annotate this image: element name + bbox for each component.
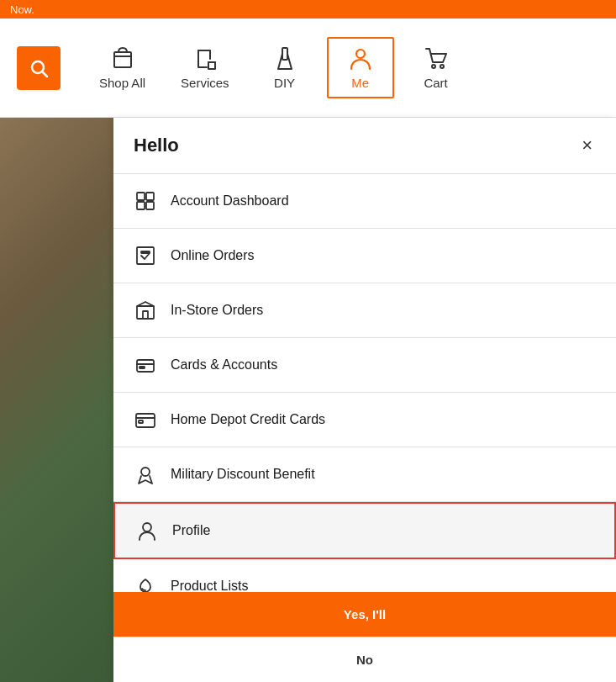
instore-orders-icon bbox=[134, 299, 157, 322]
online-orders-label: Online Orders bbox=[171, 248, 255, 263]
cards-icon bbox=[134, 353, 157, 377]
no-button[interactable]: No bbox=[113, 637, 616, 682]
credit-cards-label: Home Depot Credit Cards bbox=[171, 412, 325, 427]
banner-text: Now. bbox=[10, 3, 34, 16]
svg-rect-14 bbox=[141, 251, 150, 253]
nav-item-shop-all[interactable]: Shop All bbox=[86, 39, 159, 97]
menu-item-instore-orders[interactable]: In-Store Orders bbox=[113, 283, 616, 338]
online-orders-icon bbox=[134, 244, 157, 267]
account-dashboard-label: Account Dashboard bbox=[171, 193, 289, 209]
services-label: Services bbox=[181, 76, 229, 90]
instore-orders-label: In-Store Orders bbox=[171, 303, 263, 318]
cards-accounts-label: Cards & Accounts bbox=[171, 357, 277, 373]
profile-icon bbox=[135, 519, 159, 542]
shop-all-label: Shop All bbox=[99, 76, 145, 90]
me-label: Me bbox=[351, 76, 369, 90]
svg-rect-11 bbox=[137, 202, 145, 209]
svg-point-6 bbox=[356, 50, 365, 58]
services-icon bbox=[192, 45, 218, 72]
close-button[interactable]: × bbox=[578, 133, 596, 158]
diy-label: DIY bbox=[274, 76, 295, 90]
profile-label: Profile bbox=[172, 523, 210, 538]
dashboard-icon bbox=[134, 189, 157, 213]
menu-item-profile[interactable]: Profile bbox=[113, 502, 616, 559]
shop-all-icon bbox=[109, 45, 136, 72]
credit-card-icon bbox=[134, 408, 157, 431]
military-discount-label: Military Discount Benefit bbox=[171, 467, 315, 482]
diy-icon bbox=[271, 45, 298, 72]
svg-rect-17 bbox=[137, 360, 154, 372]
cart-icon bbox=[423, 45, 450, 72]
dropdown-title: Hello bbox=[134, 135, 179, 156]
svg-rect-12 bbox=[146, 202, 154, 209]
menu-item-credit-cards[interactable]: Home Depot Credit Cards bbox=[113, 393, 616, 447]
background-image bbox=[0, 118, 118, 682]
top-banner: Now. bbox=[0, 0, 616, 19]
svg-point-23 bbox=[141, 468, 150, 476]
cart-label: Cart bbox=[424, 76, 447, 90]
me-icon bbox=[347, 45, 374, 72]
svg-rect-13 bbox=[137, 247, 154, 264]
military-icon bbox=[134, 463, 157, 486]
menu-item-account-dashboard[interactable]: Account Dashboard bbox=[113, 174, 616, 229]
svg-point-7 bbox=[432, 65, 435, 68]
svg-point-8 bbox=[440, 65, 444, 68]
svg-line-1 bbox=[43, 71, 48, 77]
svg-point-24 bbox=[143, 523, 151, 531]
nav-item-me[interactable]: Me bbox=[327, 37, 394, 98]
search-button[interactable] bbox=[17, 46, 61, 90]
svg-rect-9 bbox=[137, 193, 145, 200]
svg-rect-16 bbox=[143, 311, 148, 319]
dropdown-header: Hello × bbox=[113, 118, 616, 174]
nav-item-services[interactable]: Services bbox=[167, 39, 243, 97]
nav-items: Shop All Services DIY bbox=[86, 37, 599, 98]
menu-item-military-discount[interactable]: Military Discount Benefit bbox=[113, 447, 616, 502]
svg-rect-19 bbox=[140, 367, 145, 368]
search-icon bbox=[29, 58, 49, 78]
nav-item-diy[interactable]: DIY bbox=[251, 39, 319, 97]
header: Shop All Services DIY bbox=[0, 19, 616, 118]
svg-rect-22 bbox=[139, 420, 143, 423]
svg-rect-2 bbox=[114, 52, 131, 67]
nav-item-cart[interactable]: Cart bbox=[403, 39, 470, 97]
menu-item-cards-accounts[interactable]: Cards & Accounts bbox=[113, 338, 616, 393]
svg-rect-15 bbox=[137, 306, 154, 319]
svg-rect-10 bbox=[146, 193, 154, 200]
menu-item-online-orders[interactable]: Online Orders bbox=[113, 229, 616, 283]
yes-button[interactable]: Yes, I'll bbox=[113, 592, 616, 637]
bottom-buttons: Yes, I'll No bbox=[113, 592, 616, 682]
